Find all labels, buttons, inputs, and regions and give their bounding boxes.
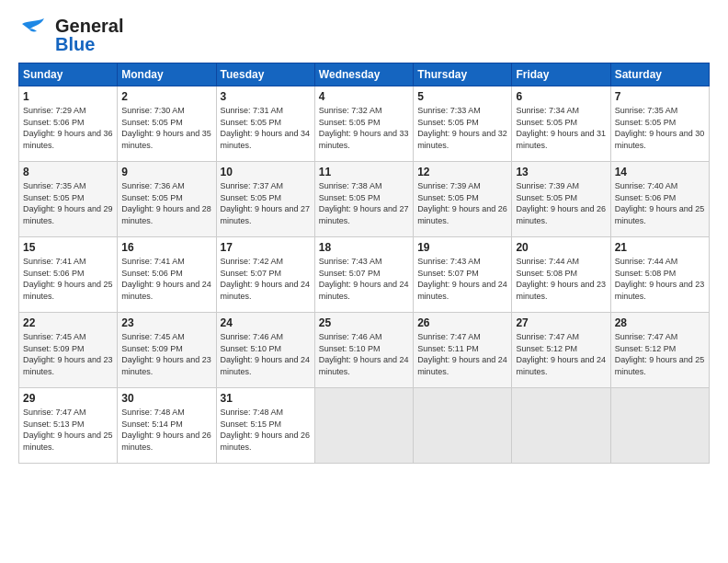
calendar-cell: 22 Sunrise: 7:45 AMSunset: 5:09 PMDaylig… bbox=[19, 313, 118, 388]
day-info: Sunrise: 7:43 AMSunset: 5:07 PMDaylight:… bbox=[319, 257, 409, 301]
logo: General Blue bbox=[18, 17, 123, 53]
day-number: 11 bbox=[319, 166, 409, 178]
day-info: Sunrise: 7:35 AMSunset: 5:05 PMDaylight:… bbox=[615, 106, 705, 150]
day-number: 27 bbox=[516, 316, 606, 329]
calendar-cell: 23 Sunrise: 7:45 AMSunset: 5:09 PMDaylig… bbox=[118, 313, 216, 388]
day-info: Sunrise: 7:41 AMSunset: 5:06 PMDaylight:… bbox=[23, 257, 113, 301]
day-info: Sunrise: 7:43 AMSunset: 5:07 PMDaylight:… bbox=[417, 257, 507, 301]
day-number: 5 bbox=[417, 90, 507, 103]
calendar-cell: 11 Sunrise: 7:38 AMSunset: 5:05 PMDaylig… bbox=[314, 162, 413, 237]
day-info: Sunrise: 7:30 AMSunset: 5:05 PMDaylight:… bbox=[121, 106, 211, 150]
day-number: 30 bbox=[121, 392, 211, 405]
calendar-cell: 17 Sunrise: 7:42 AMSunset: 5:07 PMDaylig… bbox=[216, 237, 314, 313]
day-number: 26 bbox=[417, 316, 507, 329]
day-info: Sunrise: 7:45 AMSunset: 5:09 PMDaylight:… bbox=[121, 332, 211, 376]
day-number: 21 bbox=[615, 241, 705, 254]
calendar-cell bbox=[610, 388, 709, 464]
day-number: 13 bbox=[516, 166, 606, 178]
weekday-header-monday: Monday bbox=[118, 63, 216, 86]
day-number: 8 bbox=[23, 166, 113, 178]
calendar-cell: 19 Sunrise: 7:43 AMSunset: 5:07 PMDaylig… bbox=[414, 237, 512, 313]
day-info: Sunrise: 7:47 AMSunset: 5:13 PMDaylight:… bbox=[23, 408, 113, 452]
week-row-1: 1 Sunrise: 7:29 AMSunset: 5:06 PMDayligh… bbox=[19, 86, 710, 162]
day-info: Sunrise: 7:41 AMSunset: 5:06 PMDaylight:… bbox=[121, 257, 211, 301]
weekday-header-thursday: Thursday bbox=[414, 63, 512, 86]
calendar-cell: 27 Sunrise: 7:47 AMSunset: 5:12 PMDaylig… bbox=[512, 313, 610, 388]
day-info: Sunrise: 7:44 AMSunset: 5:08 PMDaylight:… bbox=[615, 257, 705, 301]
calendar-cell: 2 Sunrise: 7:30 AMSunset: 5:05 PMDayligh… bbox=[118, 86, 216, 162]
day-number: 20 bbox=[516, 241, 606, 254]
page: General Blue SundayMondayTuesdayWednesda… bbox=[0, 0, 728, 563]
day-number: 9 bbox=[121, 166, 211, 178]
day-number: 24 bbox=[221, 316, 311, 329]
calendar-cell: 29 Sunrise: 7:47 AMSunset: 5:13 PMDaylig… bbox=[19, 388, 118, 464]
calendar-cell: 6 Sunrise: 7:34 AMSunset: 5:05 PMDayligh… bbox=[512, 86, 610, 162]
calendar-cell: 12 Sunrise: 7:39 AMSunset: 5:05 PMDaylig… bbox=[414, 162, 512, 237]
calendar-cell: 26 Sunrise: 7:47 AMSunset: 5:11 PMDaylig… bbox=[414, 313, 512, 388]
calendar-cell: 14 Sunrise: 7:40 AMSunset: 5:06 PMDaylig… bbox=[610, 162, 709, 237]
day-info: Sunrise: 7:29 AMSunset: 5:06 PMDaylight:… bbox=[23, 106, 113, 150]
logo-text: General Blue bbox=[55, 17, 123, 53]
day-info: Sunrise: 7:34 AMSunset: 5:05 PMDaylight:… bbox=[516, 106, 606, 150]
weekday-header-tuesday: Tuesday bbox=[216, 63, 314, 86]
day-info: Sunrise: 7:47 AMSunset: 5:12 PMDaylight:… bbox=[615, 332, 705, 376]
calendar-table: SundayMondayTuesdayWednesdayThursdayFrid… bbox=[18, 63, 710, 464]
calendar-cell bbox=[414, 388, 512, 464]
day-number: 10 bbox=[221, 166, 311, 178]
day-info: Sunrise: 7:46 AMSunset: 5:10 PMDaylight:… bbox=[221, 332, 311, 376]
day-number: 29 bbox=[23, 392, 113, 405]
header: General Blue bbox=[18, 17, 710, 53]
day-info: Sunrise: 7:32 AMSunset: 5:05 PMDaylight:… bbox=[319, 106, 409, 150]
weekday-header-wednesday: Wednesday bbox=[314, 63, 413, 86]
week-row-3: 15 Sunrise: 7:41 AMSunset: 5:06 PMDaylig… bbox=[19, 237, 710, 313]
day-info: Sunrise: 7:47 AMSunset: 5:12 PMDaylight:… bbox=[516, 332, 606, 376]
calendar-cell: 15 Sunrise: 7:41 AMSunset: 5:06 PMDaylig… bbox=[19, 237, 118, 313]
calendar-cell: 24 Sunrise: 7:46 AMSunset: 5:10 PMDaylig… bbox=[216, 313, 314, 388]
day-number: 4 bbox=[319, 90, 409, 103]
day-info: Sunrise: 7:31 AMSunset: 5:05 PMDaylight:… bbox=[221, 106, 311, 150]
calendar-cell: 1 Sunrise: 7:29 AMSunset: 5:06 PMDayligh… bbox=[19, 86, 118, 162]
week-row-4: 22 Sunrise: 7:45 AMSunset: 5:09 PMDaylig… bbox=[19, 313, 710, 388]
calendar-cell: 20 Sunrise: 7:44 AMSunset: 5:08 PMDaylig… bbox=[512, 237, 610, 313]
day-info: Sunrise: 7:44 AMSunset: 5:08 PMDaylight:… bbox=[516, 257, 606, 301]
day-info: Sunrise: 7:33 AMSunset: 5:05 PMDaylight:… bbox=[417, 106, 507, 150]
calendar-cell: 25 Sunrise: 7:46 AMSunset: 5:10 PMDaylig… bbox=[314, 313, 413, 388]
day-info: Sunrise: 7:40 AMSunset: 5:06 PMDaylight:… bbox=[615, 181, 705, 225]
week-row-2: 8 Sunrise: 7:35 AMSunset: 5:05 PMDayligh… bbox=[19, 162, 710, 237]
day-number: 7 bbox=[615, 90, 705, 103]
logo-icon bbox=[18, 17, 51, 53]
calendar-cell: 8 Sunrise: 7:35 AMSunset: 5:05 PMDayligh… bbox=[19, 162, 118, 237]
calendar-cell bbox=[314, 388, 413, 464]
day-number: 22 bbox=[23, 316, 113, 329]
calendar-cell: 30 Sunrise: 7:48 AMSunset: 5:14 PMDaylig… bbox=[118, 388, 216, 464]
day-number: 1 bbox=[23, 90, 113, 103]
day-number: 23 bbox=[121, 316, 211, 329]
weekday-header-row: SundayMondayTuesdayWednesdayThursdayFrid… bbox=[19, 63, 710, 86]
calendar-cell: 5 Sunrise: 7:33 AMSunset: 5:05 PMDayligh… bbox=[414, 86, 512, 162]
day-info: Sunrise: 7:48 AMSunset: 5:14 PMDaylight:… bbox=[121, 408, 211, 452]
day-info: Sunrise: 7:39 AMSunset: 5:05 PMDaylight:… bbox=[516, 181, 606, 225]
day-info: Sunrise: 7:45 AMSunset: 5:09 PMDaylight:… bbox=[23, 332, 113, 376]
day-number: 25 bbox=[319, 316, 409, 329]
day-number: 15 bbox=[23, 241, 113, 254]
day-info: Sunrise: 7:48 AMSunset: 5:15 PMDaylight:… bbox=[221, 408, 311, 452]
day-number: 6 bbox=[516, 90, 606, 103]
calendar-cell: 16 Sunrise: 7:41 AMSunset: 5:06 PMDaylig… bbox=[118, 237, 216, 313]
day-number: 19 bbox=[417, 241, 507, 254]
day-info: Sunrise: 7:37 AMSunset: 5:05 PMDaylight:… bbox=[221, 181, 311, 225]
day-info: Sunrise: 7:39 AMSunset: 5:05 PMDaylight:… bbox=[417, 181, 507, 225]
day-number: 17 bbox=[221, 241, 311, 254]
calendar-cell bbox=[512, 388, 610, 464]
calendar-cell: 13 Sunrise: 7:39 AMSunset: 5:05 PMDaylig… bbox=[512, 162, 610, 237]
day-info: Sunrise: 7:35 AMSunset: 5:05 PMDaylight:… bbox=[23, 181, 113, 225]
day-number: 3 bbox=[221, 90, 311, 103]
calendar-cell: 18 Sunrise: 7:43 AMSunset: 5:07 PMDaylig… bbox=[314, 237, 413, 313]
day-number: 28 bbox=[615, 316, 705, 329]
day-number: 12 bbox=[417, 166, 507, 178]
day-number: 2 bbox=[121, 90, 211, 103]
calendar-cell: 7 Sunrise: 7:35 AMSunset: 5:05 PMDayligh… bbox=[610, 86, 709, 162]
day-number: 31 bbox=[221, 392, 311, 405]
calendar-cell: 9 Sunrise: 7:36 AMSunset: 5:05 PMDayligh… bbox=[118, 162, 216, 237]
day-number: 14 bbox=[615, 166, 705, 178]
day-info: Sunrise: 7:47 AMSunset: 5:11 PMDaylight:… bbox=[417, 332, 507, 376]
